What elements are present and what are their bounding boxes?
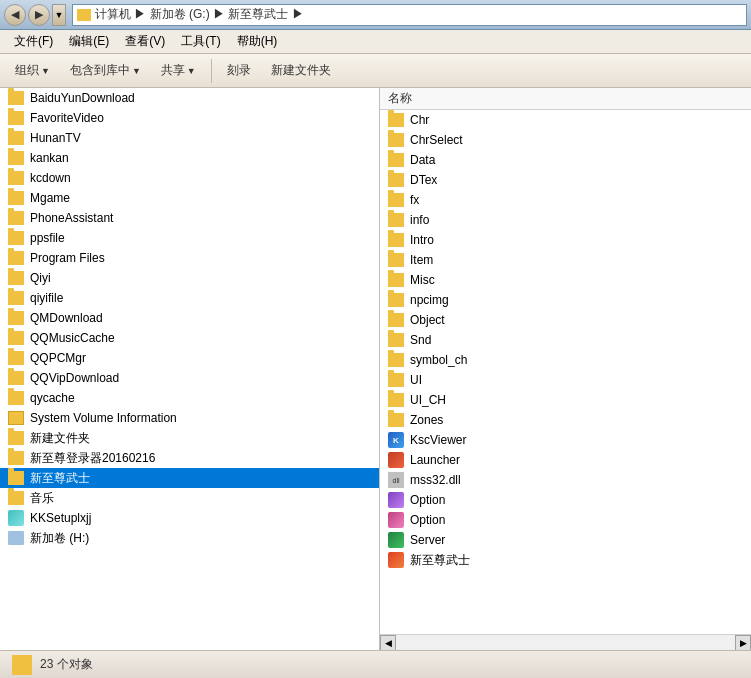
left-list-item[interactable]: qycache — [0, 388, 379, 408]
left-list-item[interactable]: QQPCMgr — [0, 348, 379, 368]
burn-button[interactable]: 刻录 — [218, 57, 260, 85]
left-list-item[interactable]: BaiduYunDownload — [0, 88, 379, 108]
left-item-label: Program Files — [30, 251, 105, 265]
left-item-label: QQVipDownload — [30, 371, 119, 385]
right-list-item[interactable]: npcimg — [380, 290, 751, 310]
folder-icon — [8, 431, 24, 445]
toolbar-divider — [211, 59, 212, 83]
left-pane: BaiduYunDownloadFavoriteVideoHunanTVkank… — [0, 88, 380, 650]
folder-icon — [8, 491, 24, 505]
forward-button[interactable]: ▶ — [28, 4, 50, 26]
server-icon — [388, 532, 404, 548]
right-list-item[interactable]: info — [380, 210, 751, 230]
right-list-item[interactable]: fx — [380, 190, 751, 210]
menu-help[interactable]: 帮助(H) — [229, 31, 286, 52]
folder-icon — [388, 413, 404, 427]
right-list-item[interactable]: Option — [380, 490, 751, 510]
folder-icon-address — [77, 9, 91, 21]
new-folder-button[interactable]: 新建文件夹 — [262, 57, 340, 85]
game-icon — [388, 552, 404, 568]
folder-icon — [8, 351, 24, 365]
left-list-item[interactable]: kankan — [0, 148, 379, 168]
right-list-item[interactable]: UI — [380, 370, 751, 390]
dll-icon: dll — [388, 472, 404, 488]
drive-icon — [8, 531, 24, 545]
nav-dropdown-button[interactable]: ▼ — [52, 4, 66, 26]
left-list-item[interactable]: 新建文件夹 — [0, 428, 379, 448]
left-item-label: FavoriteVideo — [30, 111, 104, 125]
right-item-label: Item — [410, 253, 433, 267]
share-button[interactable]: 共享 ▼ — [152, 57, 205, 85]
left-list-item[interactable]: KKSetuplxjj — [0, 508, 379, 528]
left-list-item[interactable]: QQMusicCache — [0, 328, 379, 348]
left-item-label: HunanTV — [30, 131, 81, 145]
left-file-list[interactable]: BaiduYunDownloadFavoriteVideoHunanTVkank… — [0, 88, 379, 650]
left-list-item[interactable]: Mgame — [0, 188, 379, 208]
menu-edit[interactable]: 编辑(E) — [61, 31, 117, 52]
folder-icon — [388, 133, 404, 147]
right-list-item[interactable]: Object — [380, 310, 751, 330]
status-folder-icon — [12, 655, 32, 675]
folder-icon — [8, 171, 24, 185]
right-list-item[interactable]: UI_CH — [380, 390, 751, 410]
left-list-item[interactable]: kcdown — [0, 168, 379, 188]
left-list-item[interactable]: Qiyi — [0, 268, 379, 288]
left-list-item[interactable]: ppsfile — [0, 228, 379, 248]
right-list-item[interactable]: KKscViewer — [380, 430, 751, 450]
right-item-label: npcimg — [410, 293, 449, 307]
right-list-item[interactable]: DTex — [380, 170, 751, 190]
left-list-item[interactable]: Program Files — [0, 248, 379, 268]
left-list-item[interactable]: FavoriteVideo — [0, 108, 379, 128]
right-list-item[interactable]: Launcher — [380, 450, 751, 470]
folder-icon — [8, 251, 24, 265]
organize-arrow: ▼ — [41, 66, 50, 76]
left-item-label: 新至尊登录器20160216 — [30, 450, 155, 467]
right-list-item[interactable]: dllmss32.dll — [380, 470, 751, 490]
folder-icon — [8, 391, 24, 405]
folder-icon — [8, 371, 24, 385]
left-list-item[interactable]: 新加卷 (H:) — [0, 528, 379, 548]
right-list-item[interactable]: Chr — [380, 110, 751, 130]
left-item-label: BaiduYunDownload — [30, 91, 135, 105]
scroll-right-button[interactable]: ▶ — [735, 635, 751, 651]
menu-file[interactable]: 文件(F) — [6, 31, 61, 52]
content-area: BaiduYunDownloadFavoriteVideoHunanTVkank… — [0, 88, 751, 650]
right-list-item[interactable]: Intro — [380, 230, 751, 250]
left-list-item[interactable]: System Volume Information — [0, 408, 379, 428]
right-list-item[interactable]: symbol_ch — [380, 350, 751, 370]
left-list-item[interactable]: QMDownload — [0, 308, 379, 328]
right-file-list[interactable]: ChrChrSelectDataDTexfxinfoIntroItemMiscn… — [380, 110, 751, 634]
back-button[interactable]: ◀ — [4, 4, 26, 26]
option2-icon — [388, 512, 404, 528]
right-item-label: UI — [410, 373, 422, 387]
right-list-item[interactable]: 新至尊武士 — [380, 550, 751, 570]
right-list-item[interactable]: Item — [380, 250, 751, 270]
right-list-item[interactable]: Misc — [380, 270, 751, 290]
left-list-item[interactable]: QQVipDownload — [0, 368, 379, 388]
left-list-item[interactable]: 音乐 — [0, 488, 379, 508]
right-item-label: symbol_ch — [410, 353, 467, 367]
right-list-item[interactable]: Snd — [380, 330, 751, 350]
right-list-item[interactable]: Data — [380, 150, 751, 170]
menu-view[interactable]: 查看(V) — [117, 31, 173, 52]
scroll-left-button[interactable]: ◀ — [380, 635, 396, 651]
left-list-item[interactable]: HunanTV — [0, 128, 379, 148]
right-list-item[interactable]: ChrSelect — [380, 130, 751, 150]
left-list-item[interactable]: 新至尊登录器20160216 — [0, 448, 379, 468]
right-list-item[interactable]: Zones — [380, 410, 751, 430]
address-bar[interactable]: 计算机 ▶ 新加卷 (G:) ▶ 新至尊武士 ▶ — [72, 4, 747, 26]
left-list-item[interactable]: 新至尊武士 — [0, 468, 379, 488]
horizontal-scrollbar[interactable]: ◀ ▶ — [380, 634, 751, 650]
include-lib-button[interactable]: 包含到库中 ▼ — [61, 57, 150, 85]
right-list-item[interactable]: Option — [380, 510, 751, 530]
left-list-item[interactable]: qiyifile — [0, 288, 379, 308]
folder-icon — [8, 191, 24, 205]
left-list-item[interactable]: PhoneAssistant — [0, 208, 379, 228]
menu-tools[interactable]: 工具(T) — [173, 31, 228, 52]
left-item-label: Mgame — [30, 191, 70, 205]
right-list-item[interactable]: Server — [380, 530, 751, 550]
right-pane: 名称 ChrChrSelectDataDTexfxinfoIntroItemMi… — [380, 88, 751, 650]
organize-button[interactable]: 组织 ▼ — [6, 57, 59, 85]
left-item-label: qycache — [30, 391, 75, 405]
left-item-label: QQPCMgr — [30, 351, 86, 365]
